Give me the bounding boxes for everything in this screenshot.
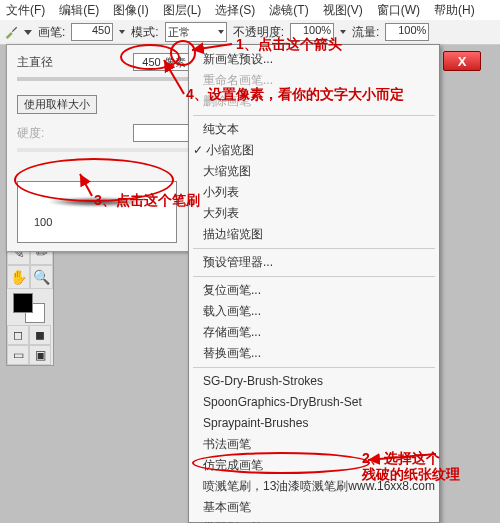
standard-mode-button[interactable]: ◻ [7,325,29,345]
brush-preview-number: 100 [34,216,52,228]
flyout-item-15[interactable]: 存储画笔... [189,322,439,343]
hardness-label: 硬度: [17,125,44,142]
flyout-item-0[interactable]: 新画笔预设... [189,49,439,70]
flyout-item-1: 重命名画笔... [189,70,439,91]
menu-separator [193,276,435,277]
opacity-label: 不透明度: [233,24,284,41]
chevron-down-icon [218,30,224,34]
flyout-item-25[interactable]: 带阴影画笔 [189,518,439,523]
menu-separator [193,115,435,116]
screenmode-2[interactable]: ▣ [29,345,51,365]
flow-field[interactable]: 100% [385,23,429,41]
color-swatch[interactable] [7,289,51,325]
diameter-field[interactable]: 450 像素 [133,53,195,71]
flyout-item-13[interactable]: 复位画笔... [189,280,439,301]
flyout-item-21[interactable]: 书法画笔 [189,434,439,455]
flow-label: 流量: [352,24,379,41]
brush-icon [4,25,18,39]
flyout-item-8[interactable]: 大列表 [189,203,439,224]
menu-file[interactable]: 文件(F) [6,2,45,19]
blend-mode-value: 正常 [168,25,190,40]
flyout-item-2: 删除画笔 [189,91,439,112]
menu-window[interactable]: 窗口(W) [377,2,420,19]
zoom-tool[interactable]: 🔍 [30,265,53,289]
brush-flyout-menu: X 新画笔预设...重命名画笔...删除画笔纯文本小缩览图大缩览图小列表大列表描… [188,44,440,523]
flyout-item-7[interactable]: 小列表 [189,182,439,203]
menu-separator [193,248,435,249]
close-icon: X [458,54,467,69]
flyout-item-23[interactable]: 喷溅笔刷，13油漆喷溅笔刷www.16xx8.com [189,476,439,497]
flyout-item-22[interactable]: 仿完成画笔 [189,455,439,476]
diameter-slider[interactable] [17,77,195,81]
brush-label: 画笔: [38,24,65,41]
mode-label: 模式: [131,24,158,41]
menu-layer[interactable]: 图层(L) [163,2,202,19]
quickmask-mode-button[interactable]: ◼ [29,325,51,345]
brush-stroke-preview[interactable]: 100 [17,181,177,243]
flyout-item-24[interactable]: 基本画笔 [189,497,439,518]
hardness-field [133,124,195,142]
menu-separator [193,367,435,368]
flyout-item-6[interactable]: 大缩览图 [189,161,439,182]
tool-options-bar: 画笔: 450 模式: 正常 不透明度: 100% 流量: 100% [0,20,500,45]
flyout-item-9[interactable]: 描边缩览图 [189,224,439,245]
brush-preset-panel: 主直径 450 像素 使用取样大小 硬度: » 100 [6,44,206,252]
menu-image[interactable]: 图像(I) [113,2,148,19]
opacity-arrow-icon[interactable] [340,30,346,34]
tool-preset-dropdown-icon[interactable] [24,30,32,35]
menu-select[interactable]: 选择(S) [215,2,255,19]
stroke-thumbnail [36,196,156,208]
flyout-item-20[interactable]: Spraypaint-Brushes [189,413,439,434]
flyout-item-5[interactable]: 小缩览图 [189,140,439,161]
flyout-item-19[interactable]: SpoonGraphics-DryBrush-Set [189,392,439,413]
menu-help[interactable]: 帮助(H) [434,2,475,19]
hand-tool[interactable]: ✋ [7,265,30,289]
foreground-color-swatch[interactable] [13,293,33,313]
diameter-label: 主直径 [17,54,53,71]
hardness-slider [17,148,195,152]
opacity-field[interactable]: 100% [290,23,334,41]
screenmode-1[interactable]: ▭ [7,345,29,365]
flyout-item-4[interactable]: 纯文本 [189,119,439,140]
menu-view[interactable]: 视图(V) [323,2,363,19]
quickmask-row: ◻ ◼ [7,325,51,345]
menu-bar: 文件(F) 编辑(E) 图像(I) 图层(L) 选择(S) 滤镜(T) 视图(V… [0,0,500,21]
flyout-item-11[interactable]: 预设管理器... [189,252,439,273]
brush-picker-dropdown-icon[interactable] [119,30,125,34]
brush-size-field[interactable]: 450 [71,23,113,41]
use-sample-size-button[interactable]: 使用取样大小 [17,95,97,114]
close-button[interactable]: X [443,51,481,71]
flyout-item-18[interactable]: SG-Dry-Brush-Strokes [189,371,439,392]
blend-mode-select[interactable]: 正常 [165,22,227,42]
screenmode-row: ▭ ▣ [7,345,51,365]
flyout-item-16[interactable]: 替换画笔... [189,343,439,364]
menu-edit[interactable]: 编辑(E) [59,2,99,19]
flyout-item-14[interactable]: 载入画笔... [189,301,439,322]
tools-panel: ✎ ✏ ✋ 🔍 ◻ ◼ ▭ ▣ [6,240,54,366]
menu-filter[interactable]: 滤镜(T) [269,2,308,19]
